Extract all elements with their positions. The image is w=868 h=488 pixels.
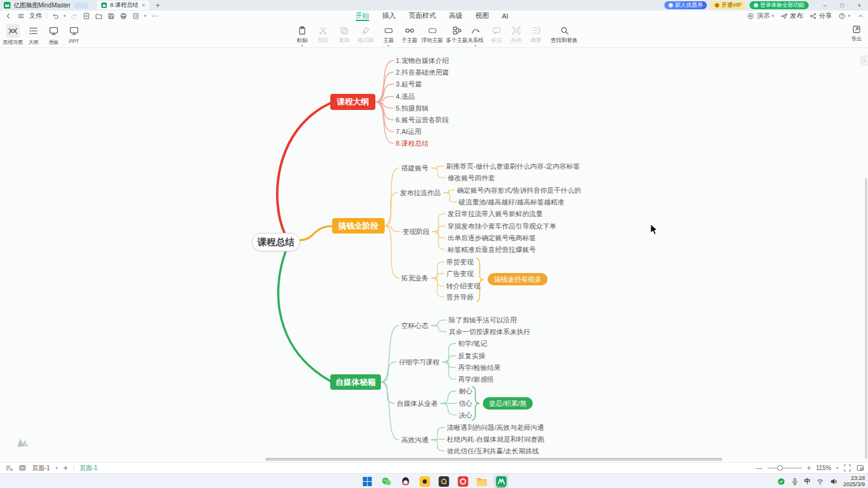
- close-tab-icon[interactable]: ×: [141, 2, 145, 9]
- main-topic-课程大纲[interactable]: 课程大纲: [330, 94, 375, 110]
- leaf-topic[interactable]: 彼此信任/互利共赢/走长期路线: [447, 446, 539, 456]
- export-image-icon[interactable]: [132, 12, 140, 20]
- share-button[interactable]: 分享: [809, 12, 832, 20]
- ribbon-button-概要[interactable]: 概要: [526, 23, 546, 48]
- menu-tab-视图[interactable]: 视图: [475, 11, 489, 21]
- undo-caret-icon[interactable]: ▾: [64, 14, 66, 19]
- ribbon-button-外框[interactable]: 外框: [506, 23, 526, 48]
- page-selector[interactable]: 页面-1: [32, 464, 50, 473]
- leaf-topic[interactable]: 修改账号四件套: [448, 173, 495, 183]
- subtopic[interactable]: 1.宠物自媒体介绍: [396, 56, 449, 65]
- ribbon-button-子主题[interactable]: 子主题: [399, 23, 420, 48]
- export-caret-icon[interactable]: ▾: [144, 14, 147, 19]
- ribbon-button-标注[interactable]: 标注: [486, 23, 506, 48]
- leaf-topic[interactable]: 耐心: [459, 386, 472, 396]
- subtopic[interactable]: 2.抖音基础使用篇: [396, 67, 449, 77]
- subtopic[interactable]: 4.选品: [396, 91, 415, 101]
- mode-PPT[interactable]: PPT: [64, 23, 83, 46]
- file-menu[interactable]: 文件: [29, 12, 42, 20]
- subtopic[interactable]: 拓宽业务: [401, 273, 428, 283]
- leaf-topic[interactable]: 广告变现: [446, 269, 474, 279]
- tray-security-icon[interactable]: [777, 477, 785, 486]
- coupon-pill[interactable]: 新人优惠券: [664, 1, 707, 9]
- leaf-topic[interactable]: 除了剪辑手法可以沿用: [449, 315, 517, 325]
- fullscreen-icon[interactable]: [843, 464, 851, 472]
- ribbon-button-格式刷[interactable]: 格式刷: [354, 23, 377, 48]
- mode-大纲[interactable]: 大纲: [23, 23, 43, 46]
- login-pill[interactable]: 登录体验全部功能: [749, 1, 809, 9]
- zoom-slider-knob[interactable]: [777, 465, 783, 471]
- back-icon[interactable]: [4, 12, 12, 20]
- leaf-topic[interactable]: 再学/新感悟: [458, 374, 494, 384]
- subtopic[interactable]: 7.AI运用: [396, 127, 422, 137]
- zoom-level[interactable]: 115%: [816, 465, 832, 471]
- subtopic[interactable]: 高效沟通: [401, 435, 428, 445]
- present-button[interactable]: 演示▾: [747, 12, 774, 20]
- leaf-topic[interactable]: 晋升导师: [446, 292, 474, 302]
- subtopic[interactable]: 6.账号运营各阶段: [396, 115, 449, 125]
- ribbon-button-复制[interactable]: 复制: [333, 23, 354, 48]
- ribbon-button-关系线[interactable]: 关系线▾: [464, 23, 486, 48]
- leaf-topic[interactable]: 清晰遇到的问题/高效与老师沟通: [447, 423, 544, 432]
- more-tools-icon[interactable]: [151, 12, 159, 20]
- leaf-topic[interactable]: 反复实操: [458, 351, 485, 361]
- leaf-topic[interactable]: 破流量池/越高越好/越高标签越精准: [459, 197, 564, 207]
- ribbon-button-剪切[interactable]: 剪切: [312, 23, 333, 48]
- right-panel-collapse-arrow[interactable]: ‹: [860, 56, 868, 65]
- add-page-button[interactable]: +: [63, 463, 68, 473]
- menu-tab-页面样式[interactable]: 页面样式: [409, 11, 436, 21]
- volume-icon[interactable]: [830, 477, 838, 486]
- start-button[interactable]: [360, 474, 375, 488]
- horizontal-scrollbar[interactable]: [265, 458, 722, 461]
- menu-tab-AI[interactable]: AI: [502, 11, 508, 21]
- central-topic[interactable]: 课程总结: [252, 233, 300, 251]
- close-button[interactable]: ×: [851, 0, 868, 11]
- menu-tab-开始[interactable]: 开始: [356, 11, 369, 21]
- leaf-topic[interactable]: 决心: [459, 410, 472, 420]
- mode-思维导图[interactable]: 思维导图: [3, 23, 22, 46]
- leaf-topic[interactable]: 初学/笔记: [458, 339, 487, 348]
- mindmaster-taskbar-icon[interactable]: [494, 474, 509, 488]
- mode-画板[interactable]: 画板: [44, 23, 63, 46]
- wechat-icon[interactable]: [379, 474, 394, 488]
- menu-tab-高级[interactable]: 高级: [449, 11, 462, 21]
- subtopic[interactable]: 发布拉流作品: [400, 188, 441, 198]
- mindmap-canvas[interactable]: 课程总结课程大纲1.宠物自媒体介绍2.抖音基础使用篇3.起号篇4.选品5.拍摄剪…: [0, 0, 868, 488]
- main-topic-搞钱全阶段[interactable]: 搞钱全阶段: [332, 218, 385, 233]
- subtopic[interactable]: 自媒体从业者: [397, 398, 438, 408]
- leaf-topic[interactable]: 刷推荐页-做什么赛道刷什么内容-定内容标签: [446, 161, 580, 171]
- menu-tab-插入[interactable]: 插入: [382, 11, 396, 21]
- frame-view-icon[interactable]: [19, 464, 27, 472]
- redo-icon[interactable]: [70, 12, 78, 20]
- file-explorer-icon[interactable]: [475, 474, 490, 488]
- open-folder-icon[interactable]: [95, 12, 103, 20]
- page-selector-caret-icon[interactable]: ▾: [56, 466, 58, 471]
- zoom-slider[interactable]: [767, 468, 802, 469]
- qq-icon[interactable]: [398, 474, 413, 488]
- tray-microphone-icon[interactable]: [791, 477, 799, 486]
- leaf-topic[interactable]: 信心: [459, 398, 472, 408]
- page-tab[interactable]: 页面-1: [80, 464, 98, 473]
- main-topic-自媒体秘籍[interactable]: 自媒体秘籍: [330, 374, 381, 390]
- leaf-topic[interactable]: 发日常拉流带入账号新鲜的流量: [448, 209, 543, 219]
- page-list-icon[interactable]: [5, 464, 13, 472]
- subtopic[interactable]: 变现阶段: [403, 227, 430, 237]
- minimap-icon[interactable]: [856, 464, 864, 472]
- app-icon-dark[interactable]: [436, 474, 451, 488]
- zoom-in-button[interactable]: +: [807, 464, 811, 473]
- leaf-topic[interactable]: 转介绍变现: [446, 281, 480, 291]
- leaf-topic[interactable]: 其余一切按课程体系来执行: [449, 327, 530, 337]
- publish-button[interactable]: 发布: [780, 12, 803, 20]
- undo-icon[interactable]: [51, 12, 59, 20]
- maximize-button[interactable]: □: [833, 0, 851, 11]
- new-document-icon[interactable]: [83, 12, 91, 20]
- leaf-topic[interactable]: 杜绝内耗-自媒体就是和时间赛跑: [447, 434, 545, 444]
- leaf-topic[interactable]: 出单后逐步确定账号电商标签: [448, 233, 536, 243]
- export-button[interactable]: 导出: [851, 25, 862, 43]
- summary-topic[interactable]: 坚忍/积累/熬: [483, 397, 533, 410]
- zoom-out-button[interactable]: —: [756, 465, 762, 471]
- subtopic[interactable]: 仔细学习课程: [399, 357, 440, 367]
- workspace-badge[interactable]: [73, 2, 88, 9]
- leaf-topic[interactable]: 带货变现: [446, 257, 474, 267]
- ribbon-button-粘贴[interactable]: 粘贴▾: [291, 23, 312, 48]
